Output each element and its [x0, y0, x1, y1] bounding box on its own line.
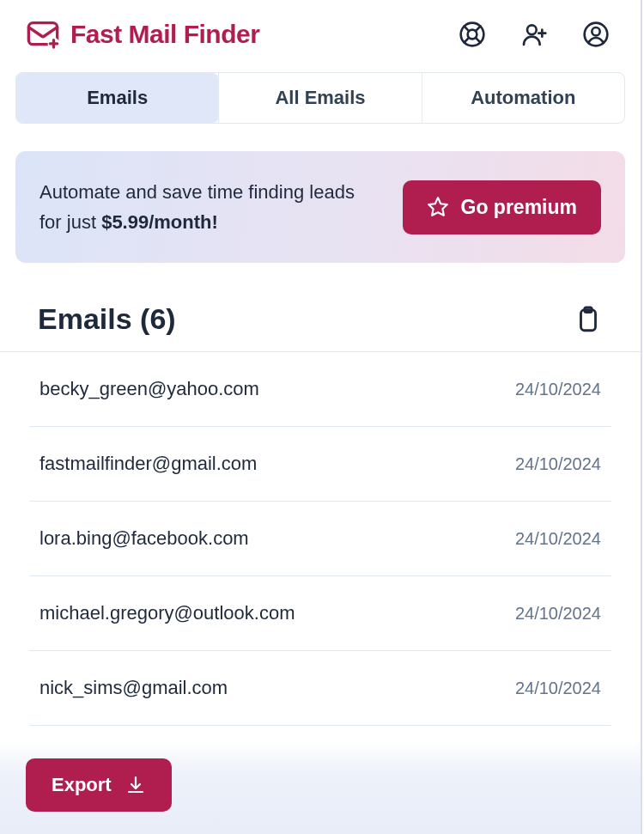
footer: Export: [0, 741, 641, 834]
svg-point-4: [527, 25, 537, 34]
email-date: 24/10/2024: [515, 454, 601, 474]
email-address: becky_green@yahoo.com: [39, 378, 259, 400]
profile-icon[interactable]: [582, 21, 610, 48]
email-row[interactable]: lora.bing@facebook.com24/10/2024: [29, 502, 611, 576]
mail-plus-icon: [26, 17, 60, 52]
svg-marker-7: [428, 198, 447, 216]
list-heading: Emails (6): [38, 302, 176, 336]
tab-all-emails[interactable]: All Emails: [218, 73, 421, 123]
list-heading-count: (6): [140, 302, 176, 335]
brand-title: Fast Mail Finder: [70, 20, 259, 49]
email-date: 24/10/2024: [515, 529, 601, 549]
email-address: michael.gregory@outlook.com: [39, 602, 295, 624]
email-row[interactable]: michael.gregory@outlook.com24/10/2024: [29, 576, 611, 651]
email-row[interactable]: nick_sims@gmail.com24/10/2024: [29, 651, 611, 726]
email-address: nick_sims@gmail.com: [39, 677, 228, 699]
help-icon[interactable]: [459, 21, 486, 48]
email-row[interactable]: fastmailfinder@gmail.com24/10/2024: [29, 427, 611, 502]
list-heading-row: Emails (6): [0, 263, 641, 351]
email-address: fastmailfinder@gmail.com: [39, 453, 257, 475]
email-row[interactable]: becky_green@yahoo.com24/10/2024: [29, 352, 611, 427]
tabs: EmailsAll EmailsAutomation: [15, 72, 625, 124]
brand: Fast Mail Finder: [26, 17, 259, 52]
list-heading-prefix: Emails: [38, 302, 132, 335]
promo-text-bold: $5.99/month!: [101, 211, 218, 233]
star-icon: [427, 196, 449, 218]
svg-point-6: [592, 27, 599, 35]
tab-emails[interactable]: Emails: [16, 73, 218, 123]
email-date: 24/10/2024: [515, 679, 601, 698]
go-premium-button[interactable]: Go premium: [403, 180, 601, 234]
promo-banner: Automate and save time finding leads for…: [15, 151, 625, 263]
app-root: Fast Mail Finder: [0, 0, 642, 834]
email-date: 24/10/2024: [515, 380, 601, 399]
add-user-icon[interactable]: [520, 21, 548, 48]
tab-automation[interactable]: Automation: [422, 73, 624, 123]
download-icon: [125, 775, 146, 795]
clipboard-icon[interactable]: [574, 305, 603, 334]
header: Fast Mail Finder: [0, 0, 641, 62]
email-date: 24/10/2024: [515, 604, 601, 624]
email-list: becky_green@yahoo.com24/10/2024fastmailf…: [0, 351, 641, 726]
go-premium-label: Go premium: [461, 196, 577, 219]
promo-text: Automate and save time finding leads for…: [39, 177, 366, 237]
email-address: lora.bing@facebook.com: [39, 527, 249, 550]
header-actions: [459, 21, 615, 48]
export-button[interactable]: Export: [26, 758, 172, 812]
export-label: Export: [52, 774, 112, 796]
